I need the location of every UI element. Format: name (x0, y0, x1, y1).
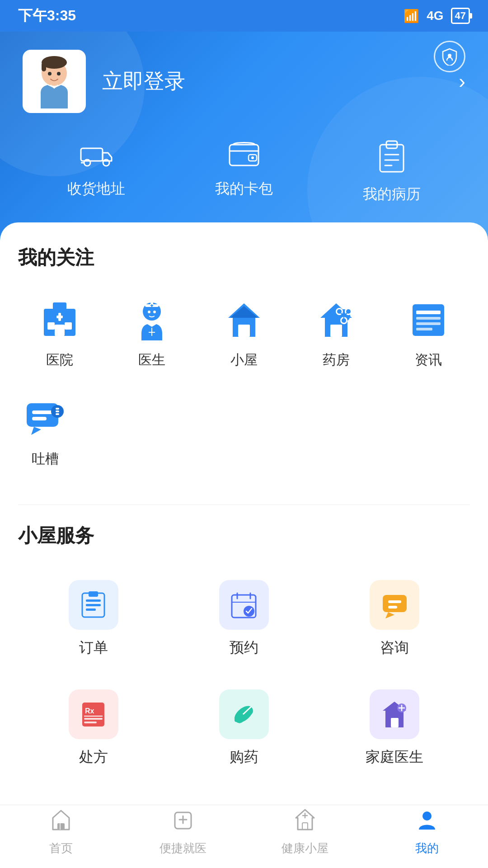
quick-action-address[interactable]: 收货地址 (67, 140, 125, 204)
svg-marker-55 (31, 427, 41, 435)
avatar (23, 50, 86, 113)
network-type: 4G (427, 9, 443, 23)
service-item-appointment[interactable]: 预约 (169, 566, 319, 676)
svg-rect-19 (53, 302, 66, 311)
service-item-prescription[interactable]: Rx 处方 (18, 676, 169, 785)
svg-rect-23 (65, 322, 72, 330)
nav-item-mine[interactable]: 我的 (366, 808, 488, 856)
section-divider (18, 505, 470, 505)
pharmacy-icon (314, 297, 359, 343)
svg-point-4 (48, 72, 52, 75)
svg-rect-60 (56, 410, 59, 412)
hospital-icon (37, 297, 82, 343)
svg-point-5 (57, 72, 61, 75)
house-services-section: 小屋服务 订单 (18, 523, 470, 785)
svg-point-30 (148, 311, 150, 313)
svg-rect-72 (383, 595, 407, 612)
pharmacy-label: 药房 (323, 351, 350, 369)
svg-rect-24 (55, 325, 65, 336)
svg-marker-36 (230, 306, 258, 318)
follow-item-rant[interactable]: 吐槽 (18, 387, 72, 477)
house-services-title: 小屋服务 (18, 523, 470, 548)
svg-rect-22 (47, 322, 55, 330)
follow-grid-row2: 吐槽 (18, 387, 470, 477)
medical-label: 我的病历 (363, 184, 421, 204)
consult-icon (370, 580, 419, 630)
svg-marker-96 (296, 810, 314, 830)
familydoctor-label: 家庭医生 (366, 747, 423, 767)
nav-item-healthhouse[interactable]: 健康小屋 (244, 808, 366, 856)
signal-icon: 📶 (404, 9, 419, 24)
svg-rect-38 (330, 325, 342, 337)
nav-convenient-label: 便捷就医 (160, 840, 206, 856)
hospital-label: 医院 (46, 351, 73, 369)
news-label: 资讯 (415, 351, 442, 369)
svg-marker-73 (385, 612, 394, 618)
status-time: 下午3:35 (18, 6, 76, 26)
status-bar: 下午3:35 📶 4G 47 (0, 0, 488, 32)
svg-rect-49 (413, 304, 444, 336)
appointment-icon (219, 580, 269, 630)
quick-action-wallet[interactable]: 我的卡包 (215, 140, 273, 204)
rant-icon (23, 396, 68, 442)
service-item-consult[interactable]: 咨询 (319, 566, 470, 676)
house-label: 小屋 (230, 351, 258, 369)
doctor-icon (129, 297, 174, 343)
follow-item-pharmacy[interactable]: 药房 (295, 288, 378, 378)
quick-actions: 收货地址 我的卡包 (23, 140, 465, 204)
svg-rect-29 (151, 304, 152, 307)
svg-rect-6 (81, 148, 103, 161)
svg-rect-50 (416, 311, 441, 314)
nav-item-convenient[interactable]: 便捷就医 (122, 808, 244, 856)
svg-point-100 (422, 811, 432, 821)
follow-item-hospital[interactable]: 医院 (18, 288, 101, 378)
follow-item-house[interactable]: 小屋 (202, 288, 286, 378)
svg-rect-75 (388, 606, 397, 609)
follow-item-doctor[interactable]: 医生 (110, 288, 193, 378)
delivery-icon (80, 140, 113, 172)
wallet-icon (229, 140, 259, 172)
nav-home-icon (49, 808, 73, 837)
svg-rect-57 (32, 417, 47, 420)
buymedicine-icon (219, 689, 269, 739)
news-icon (406, 297, 451, 343)
svg-rect-59 (56, 408, 59, 410)
svg-rect-65 (86, 609, 96, 611)
svg-point-12 (251, 156, 254, 159)
battery-icon: 47 (451, 8, 470, 24)
svg-rect-53 (416, 328, 432, 330)
main-content: 我的关注 医院 (0, 222, 488, 868)
chevron-right-icon: › (459, 70, 465, 93)
nav-item-home[interactable]: 首页 (0, 808, 122, 856)
svg-rect-74 (388, 600, 401, 603)
nav-mine-label: 我的 (415, 840, 439, 856)
svg-rect-52 (416, 322, 441, 325)
nav-healthhouse-label: 健康小屋 (282, 840, 328, 856)
quick-action-medical[interactable]: 我的病历 (363, 140, 421, 204)
nav-mine-icon (415, 808, 439, 837)
nav-healthhouse-icon (293, 808, 317, 837)
nav-convenient-icon (171, 808, 195, 837)
svg-rect-61 (56, 413, 59, 415)
svg-point-31 (153, 311, 156, 313)
address-label: 收货地址 (67, 179, 125, 199)
clipboard-icon (378, 140, 405, 177)
buymedicine-label: 购药 (230, 747, 258, 767)
follow-item-news[interactable]: 资讯 (387, 288, 470, 378)
service-item-buymedicine[interactable]: 购药 (169, 676, 319, 785)
svg-rect-79 (84, 718, 103, 720)
svg-text:Rx: Rx (85, 707, 94, 715)
svg-rect-64 (86, 604, 101, 606)
profile-row[interactable]: 立即登录 › (23, 50, 465, 113)
order-label: 订单 (79, 638, 108, 658)
doctor-label: 医生 (138, 351, 165, 369)
svg-rect-51 (416, 317, 441, 320)
status-right: 📶 4G 47 (404, 8, 470, 24)
familydoctor-icon (370, 689, 419, 739)
prescription-icon: Rx (69, 689, 118, 739)
service-item-order[interactable]: 订单 (18, 566, 169, 676)
services-grid: 订单 预约 (18, 566, 470, 785)
service-item-familydoctor[interactable]: 家庭医生 (319, 676, 470, 785)
my-follow-title: 我的关注 (18, 245, 470, 270)
bottom-nav: 首页 便捷就医 健康小屋 (0, 805, 488, 868)
